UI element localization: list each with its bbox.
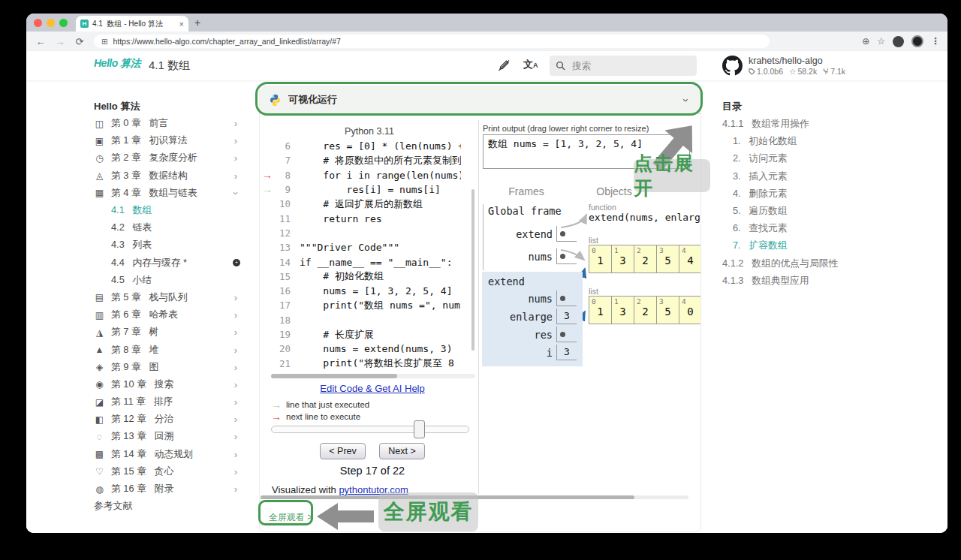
step-slider-track[interactable] bbox=[271, 426, 469, 433]
extend-frame-vars: nums enlarge 3 res i 3 bbox=[485, 288, 577, 360]
print-output-box[interactable]: 数组 nums = [1, 3, 2, 5, 4] bbox=[483, 134, 690, 169]
sidebar-item[interactable]: ▣ 第 1 章 初识算法 › bbox=[94, 132, 240, 149]
sidebar-item-label: 第 6 章 哈希表 bbox=[111, 309, 234, 321]
sidebar-item[interactable]: ▤ 第 5 章 栈与队列 › bbox=[94, 289, 240, 306]
toc-item[interactable]: 4.1.3 数组典型应用 bbox=[722, 272, 880, 289]
function-signature: extend(nums, enlarg bbox=[589, 212, 700, 223]
code-line: 19 # 长度扩展 bbox=[260, 327, 477, 342]
bookmark-star-icon[interactable]: ☆ bbox=[877, 36, 885, 47]
code-text: nums = extend(nums, 3) bbox=[300, 343, 461, 354]
toc-item[interactable]: 3. 插入元素 bbox=[722, 167, 880, 185]
global-frame-vars: extend nums bbox=[485, 219, 577, 264]
sidebar-item[interactable]: 4.2 链表 bbox=[94, 219, 240, 236]
list-cell: 4 4 bbox=[679, 245, 700, 273]
browser-menu-icon[interactable]: ⋮ bbox=[931, 36, 940, 47]
window-zoom-button[interactable] bbox=[59, 19, 68, 27]
profile-avatar[interactable] bbox=[911, 35, 923, 47]
forward-icon[interactable]: → bbox=[55, 36, 65, 47]
code-vertical-scrollbar[interactable] bbox=[471, 189, 474, 351]
sidebar-item[interactable]: ♡ 第 15 章 贪心 › bbox=[94, 463, 240, 480]
search-box[interactable] bbox=[550, 56, 697, 76]
scrollbar-thumb[interactable] bbox=[261, 495, 634, 499]
panel-summary[interactable]: 可视化运行 › bbox=[260, 86, 700, 114]
panel-horizontal-scrollbar[interactable] bbox=[261, 495, 688, 499]
sidebar-item[interactable]: ◫ 第 0 章 前言 › bbox=[94, 115, 240, 132]
cell-index: 4 bbox=[682, 246, 686, 254]
edit-toggle-icon[interactable] bbox=[496, 58, 511, 73]
sidebar-item[interactable]: ▦ 第 4 章 数组与链表 › bbox=[94, 185, 240, 202]
sidebar-item[interactable]: 4.3 列表 bbox=[94, 236, 240, 254]
site-logo[interactable]: Hello 算法 bbox=[94, 57, 140, 71]
new-tab-button[interactable]: + bbox=[194, 17, 200, 29]
sidebar-item[interactable]: ◧ 第 12 章 分治 › bbox=[94, 411, 240, 428]
language-toggle-icon[interactable]: 文A bbox=[523, 58, 538, 71]
pythontutor-link[interactable]: pythontutor.com bbox=[339, 484, 408, 495]
sidebar-item[interactable]: ◍ 第 16 章 附录 › bbox=[94, 480, 240, 498]
frame-variable-row: res bbox=[485, 324, 577, 342]
cell-value: 3 bbox=[612, 254, 634, 266]
heap-icon: ▲ bbox=[94, 345, 105, 355]
divide-icon: ◧ bbox=[94, 414, 105, 425]
repo-forks: 7.1k bbox=[830, 67, 845, 76]
github-repo-card[interactable]: krahets/hello-algo 1.0.0b6 ☆58.2k 7.1k bbox=[722, 53, 872, 78]
prev-button[interactable]: < Prev bbox=[320, 443, 365, 459]
site-settings-icon[interactable]: ⊞ bbox=[101, 38, 107, 46]
browser-tab[interactable]: H 4.1 数组 - Hello 算法 × bbox=[76, 16, 188, 32]
scrollbar-thumb[interactable] bbox=[271, 374, 397, 378]
toc-item[interactable]: 6. 查找元素 bbox=[722, 219, 880, 236]
sidebar-site-title[interactable]: Hello 算法 bbox=[94, 98, 240, 115]
chevron-down-icon[interactable]: › bbox=[680, 98, 693, 102]
sidebar-item[interactable]: 4.4 内存与缓存 * + bbox=[94, 254, 240, 272]
toc-item[interactable]: 4.1.1 数组常用操作 bbox=[722, 115, 880, 132]
edit-code-link[interactable]: Edit Code & Get AI Help bbox=[267, 383, 477, 394]
cell-value: 5 bbox=[657, 306, 679, 318]
sidebar-item[interactable]: 参考文献 bbox=[94, 498, 240, 515]
search-input[interactable] bbox=[571, 60, 679, 72]
toc-item[interactable]: 1. 初始化数组 bbox=[722, 132, 880, 149]
next-button[interactable]: Next > bbox=[379, 443, 424, 459]
extensions-icon[interactable] bbox=[893, 36, 904, 47]
toc-item[interactable]: 7. 扩容数组 bbox=[722, 236, 880, 254]
sidebar-item[interactable]: ◮ 第 7 章 树 › bbox=[94, 324, 240, 341]
fullscreen-link[interactable]: 全屏观看 > bbox=[269, 511, 312, 524]
toc-item[interactable]: 5. 遍历数组 bbox=[722, 202, 880, 219]
browser-window: H 4.1 数组 - Hello 算法 × + ← → ⟳ ⊞ https://… bbox=[26, 14, 947, 533]
window-minimize-button[interactable] bbox=[47, 19, 55, 27]
variable-name: extend bbox=[516, 227, 556, 242]
sidebar-item[interactable]: ◈ 第 9 章 图 › bbox=[94, 359, 240, 376]
sidebar-item[interactable]: ◷ 第 2 章 复杂度分析 › bbox=[94, 149, 240, 167]
sidebar-item[interactable]: 4.1 数组 bbox=[94, 202, 240, 219]
toc-item-label: 1. 初始化数组 bbox=[733, 135, 797, 146]
chevron-right-icon: › bbox=[234, 309, 237, 321]
sidebar-item[interactable]: ◪ 第 11 章 排序 › bbox=[94, 393, 240, 411]
toc-item[interactable]: 4. 删除元素 bbox=[722, 185, 880, 202]
toc-item[interactable]: 4.1.2 数组的优点与局限性 bbox=[722, 254, 880, 272]
sidebar-item-label: 第 13 章 回溯 bbox=[111, 430, 234, 443]
sort-icon: ◪ bbox=[94, 397, 105, 408]
sidebar-item[interactable]: ▩ 第 14 章 动态规划 › bbox=[94, 446, 240, 463]
sidebar-item-label: 4.5 小结 bbox=[111, 274, 240, 287]
toc-item-label: 3. 插入元素 bbox=[733, 170, 788, 182]
line-number: 6 bbox=[275, 140, 300, 152]
variable-name: res bbox=[535, 327, 556, 342]
sidebar-item[interactable]: ◉ 第 10 章 搜索 › bbox=[94, 376, 240, 393]
cell-value: 0 bbox=[679, 306, 700, 318]
sidebar-item[interactable]: ▲ 第 8 章 堆 › bbox=[94, 341, 240, 358]
panel-footer: 全屏观看 > bbox=[260, 501, 700, 531]
reload-icon[interactable]: ⟳ bbox=[74, 36, 85, 47]
window-close-button[interactable] bbox=[34, 19, 42, 27]
cell-index: 0 bbox=[592, 297, 596, 306]
tab-close-icon[interactable]: × bbox=[179, 20, 184, 29]
page-zoom-icon[interactable]: ⊕ bbox=[862, 36, 869, 47]
code-horizontal-scrollbar[interactable] bbox=[271, 374, 475, 378]
toc-item[interactable]: 2. 访问元素 bbox=[722, 149, 880, 167]
back-icon[interactable]: ← bbox=[35, 36, 46, 47]
sidebar-item[interactable]: 4.5 小结 bbox=[94, 272, 240, 289]
step-slider-thumb[interactable] bbox=[414, 420, 425, 438]
sidebar-item[interactable]: ▥ 第 6 章 哈希表 › bbox=[94, 306, 240, 324]
legend-next-line: → next line to execute bbox=[271, 411, 360, 423]
url-bar[interactable]: ⊞ https://www.hello-algo.com/chapter_arr… bbox=[94, 35, 770, 48]
sidebar-item[interactable]: ◬ 第 3 章 数据结构 › bbox=[94, 167, 240, 185]
sidebar-item[interactable]: ◌ 第 13 章 回溯 › bbox=[94, 428, 240, 445]
code-line: 7 # 将原数组中的所有元素复制到新 bbox=[260, 153, 477, 167]
